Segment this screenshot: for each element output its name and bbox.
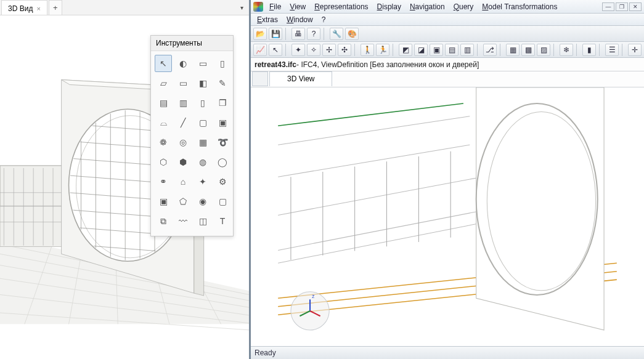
tbtn-target[interactable]: ✛ xyxy=(628,44,642,56)
tool-column[interactable]: ▯ xyxy=(214,55,231,72)
tbtn-cube5[interactable]: ▥ xyxy=(460,44,474,56)
tools-palette[interactable]: Инструменты ↖◐▭▯▱▭◧✎▤▥▯❐⌓╱▢▣❁◎▦➰⬡⬢◍◯⚭⌂✦⚙… xyxy=(150,35,234,236)
close-icon[interactable]: × xyxy=(36,5,40,12)
menu-navigation[interactable]: Navigation xyxy=(406,1,449,12)
tbtn-?[interactable]: ? xyxy=(307,28,320,40)
tbtn-open[interactable]: 📂 xyxy=(253,28,267,40)
toolbar-separator xyxy=(324,28,327,40)
tool-compass[interactable]: ◐ xyxy=(174,55,192,72)
tool-poly[interactable]: ⬠ xyxy=(174,193,192,210)
tool-wheel[interactable]: ✦ xyxy=(194,173,211,190)
tool-brick1[interactable]: ▤ xyxy=(155,94,172,111)
menu-display[interactable]: Display xyxy=(373,1,405,12)
tool-chain[interactable]: ⧉ xyxy=(155,212,172,230)
tool-grid[interactable]: ▦ xyxy=(194,134,211,151)
right-model-canvas: z xyxy=(251,87,644,346)
tool-cyl[interactable]: ◍ xyxy=(194,153,211,171)
svg-marker-50 xyxy=(476,87,604,330)
tbtn-layers[interactable]: ☰ xyxy=(605,44,619,56)
tbtn-plot[interactable]: 📈 xyxy=(253,44,267,56)
tool-shape1[interactable]: ◎ xyxy=(174,134,192,151)
menu-help[interactable]: ? xyxy=(318,15,330,25)
tool-shape3[interactable]: ⬢ xyxy=(174,153,192,171)
toolbar-separator xyxy=(354,44,357,56)
tool-overlap[interactable]: ◫ xyxy=(194,212,211,230)
tbtn-cursor[interactable]: ↖ xyxy=(269,44,282,56)
tbtn-run[interactable]: 🏃 xyxy=(376,44,389,56)
view-tab-stub[interactable] xyxy=(252,71,268,86)
status-bar: Ready xyxy=(251,347,644,359)
tbtn-orbit2[interactable]: ✧ xyxy=(307,44,320,56)
menu-query[interactable]: Query xyxy=(450,1,478,12)
tbtn-orbit4[interactable]: ✣ xyxy=(338,44,351,56)
tool-curve[interactable]: 〰 xyxy=(174,212,192,230)
tbtn-cube1[interactable]: ◩ xyxy=(399,44,412,56)
tab-add-button[interactable]: + xyxy=(49,0,62,15)
menu-representations[interactable]: Representations xyxy=(311,1,372,12)
menu-model-transformations[interactable]: Model Transformations xyxy=(478,1,561,12)
palette-grid: ↖◐▭▯▱▭◧✎▤▥▯❐⌓╱▢▣❁◎▦➰⬡⬢◍◯⚭⌂✦⚙▣⬠◉▢⧉〰◫T xyxy=(151,51,233,236)
tool-arch[interactable]: ⌓ xyxy=(155,114,172,131)
toolbar-separator xyxy=(553,44,556,56)
menu-extras[interactable]: Extras xyxy=(253,15,282,25)
tbtn-axes[interactable]: ⎇ xyxy=(483,44,497,56)
tool-page[interactable]: ▯ xyxy=(194,94,211,111)
tool-cursor[interactable]: ↖ xyxy=(155,55,172,72)
tbtn-palette[interactable]: 🎨 xyxy=(345,28,359,40)
tool-spiral[interactable]: ➰ xyxy=(214,134,231,151)
tool-text[interactable]: T xyxy=(214,212,231,230)
tool-box2[interactable]: ▣ xyxy=(214,114,231,131)
tbtn-cube3[interactable]: ▣ xyxy=(430,44,443,56)
left-tabbar: 3D Вид × + ▾ xyxy=(0,0,249,15)
tool-box1[interactable]: ▢ xyxy=(194,114,211,131)
tool-badge[interactable]: ▣ xyxy=(155,193,172,210)
tool-eraser3[interactable]: ◧ xyxy=(194,75,211,92)
tool-shape2[interactable]: ⬡ xyxy=(155,153,172,171)
chevron-down-icon[interactable]: ▾ xyxy=(237,2,247,12)
tbtn-orbit3[interactable]: ✢ xyxy=(322,44,336,56)
tool-pencil[interactable]: ✎ xyxy=(214,75,231,92)
right-titlebar: FileViewRepresentationsDisplayNavigation… xyxy=(251,0,644,14)
tbtn-colors[interactable]: ▮ xyxy=(582,44,596,56)
tbtn-grid1[interactable]: ▦ xyxy=(506,44,520,56)
tbtn-save[interactable]: 💾 xyxy=(269,28,282,40)
palette-title: Инструменты xyxy=(151,36,233,51)
toolbar-separator xyxy=(622,44,625,56)
tbtn-print[interactable]: 🖶 xyxy=(291,28,305,40)
maximize-button[interactable]: ❐ xyxy=(616,2,628,11)
tool-house[interactable]: ⌂ xyxy=(174,173,192,190)
left-3d-viewport[interactable]: Инструменты ↖◐▭▯▱▭◧✎▤▥▯❐⌓╱▢▣❁◎▦➰⬡⬢◍◯⚭⌂✦⚙… xyxy=(0,15,249,359)
right-3d-viewport[interactable]: z xyxy=(251,87,644,347)
minimize-button[interactable]: — xyxy=(602,2,614,11)
tool-link[interactable]: ⚭ xyxy=(155,173,172,190)
menu-file[interactable]: File xyxy=(266,1,285,12)
tool-cam[interactable]: ◉ xyxy=(194,193,211,210)
tbtn-cube4[interactable]: ▤ xyxy=(445,44,459,56)
tab-3d-view-right[interactable]: 3D View xyxy=(269,71,332,86)
tool-line[interactable]: ╱ xyxy=(174,114,192,131)
tbtn-grid2[interactable]: ▩ xyxy=(521,44,535,56)
tool-rect[interactable]: ▭ xyxy=(194,55,211,72)
tool-wrench[interactable]: ⚙ xyxy=(214,173,231,190)
tbtn-walk[interactable]: 🚶 xyxy=(361,44,374,56)
tbtn-snow[interactable]: ❄ xyxy=(560,44,573,56)
tool-pipe[interactable]: ◯ xyxy=(214,153,231,171)
doc-details: - IFC4, ViewDefinition [Без заполнения о… xyxy=(296,60,479,69)
status-text: Ready xyxy=(255,349,276,357)
left-app-panel: 3D Вид × + ▾ xyxy=(0,0,251,359)
tool-eraser2[interactable]: ▭ xyxy=(174,75,192,92)
menu-view[interactable]: View xyxy=(286,1,309,12)
tool-gears[interactable]: ❁ xyxy=(155,134,172,151)
close-button[interactable]: ✕ xyxy=(629,2,642,11)
toolbar-separator xyxy=(477,44,480,56)
tbtn-grid3[interactable]: ▨ xyxy=(537,44,550,56)
tool-pages[interactable]: ❐ xyxy=(214,94,231,111)
menu-window[interactable]: Window xyxy=(283,15,317,25)
tool-blank[interactable]: ▢ xyxy=(214,193,231,210)
tbtn-cube2[interactable]: ◪ xyxy=(414,44,428,56)
tool-eraser1[interactable]: ▱ xyxy=(155,75,172,92)
tab-3d-view[interactable]: 3D Вид × xyxy=(1,0,47,15)
tbtn-orbit1[interactable]: ✦ xyxy=(291,44,305,56)
tbtn-wrench[interactable]: 🔧 xyxy=(330,28,343,40)
tool-brick2[interactable]: ▥ xyxy=(174,94,192,111)
